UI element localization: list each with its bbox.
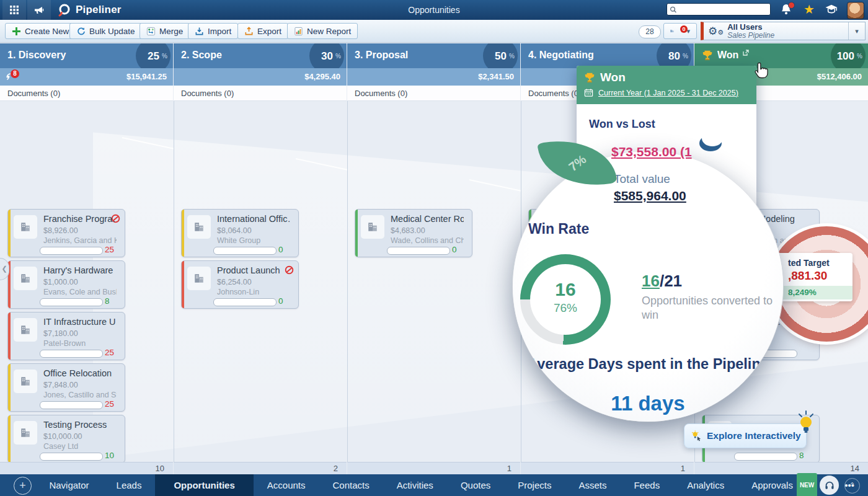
nav-leads[interactable]: Leads <box>103 474 156 496</box>
nav-feeds[interactable]: Feeds <box>620 474 673 496</box>
stage-percent: 30 <box>321 50 333 63</box>
card-account: Johnson-Lin <box>217 288 290 296</box>
bulk-update-label: Bulk Update <box>89 27 135 36</box>
stage-percent: 25 <box>148 50 159 63</box>
card-status-stripe <box>182 210 184 257</box>
stage-header-proposal[interactable]: 3. Proposal 50 % <box>347 43 520 68</box>
explore-interactively-button[interactable]: Explore Interactively <box>684 423 807 448</box>
collapse-nav-chevron[interactable]: ⌃ <box>844 478 860 494</box>
import-icon <box>195 27 204 36</box>
card-value: $6,254.00 <box>217 278 290 286</box>
period-link[interactable]: Current Year (1 Jan 2025 - 31 Dec 2025) <box>598 89 738 97</box>
support-button[interactable] <box>820 476 839 495</box>
win-rate-donut: 16 76% <box>520 254 611 345</box>
merge-button[interactable]: Merge <box>140 23 190 39</box>
total-value-amount: $585,964.00 <box>614 188 686 203</box>
account-building-icon <box>361 215 384 239</box>
stage-header-won[interactable]: Won 100 % <box>694 43 868 68</box>
card-title: Product Launch <box>217 265 290 275</box>
account-building-icon <box>14 215 37 239</box>
create-new-label: Create New <box>25 27 69 36</box>
opportunity-card[interactable]: IT Infrastructure U…$7,180.00Patel-Brown… <box>7 312 125 360</box>
card-progress-bar <box>40 350 103 358</box>
import-label: Import <box>208 27 231 36</box>
account-building-icon <box>187 215 211 239</box>
opportunity-card[interactable]: Harry's Hardware$1,000.00Evans, Cole and… <box>7 260 125 309</box>
stage-count-proposal: 1 <box>347 462 520 474</box>
opportunity-card[interactable]: Testing Process$10,000.00Casey Ltd10 <box>7 415 125 462</box>
quick-add-button[interactable]: + <box>14 477 32 495</box>
search-box[interactable] <box>666 3 771 16</box>
opportunity-card[interactable]: Office Relocation$7,848.00Jones, Castill… <box>7 363 125 412</box>
card-score: 0 <box>452 245 471 254</box>
documents-row-scope[interactable]: Documents (0) <box>174 86 347 101</box>
new-report-label: New Report <box>307 27 351 36</box>
account-building-icon <box>14 370 37 393</box>
card-value: $1,000.00 <box>43 278 117 286</box>
card-title: Testing Process <box>43 420 117 430</box>
pipeline-selector[interactable]: ⚙⚙ All Users Sales Pipeline ▾ <box>701 22 866 40</box>
stage-total-scope: $4,295.40 <box>174 68 347 86</box>
view-switcher-button[interactable]: 0 ▾ <box>663 23 697 39</box>
bulk-update-button[interactable]: Bulk Update <box>69 23 142 39</box>
stage-header-scope[interactable]: 2. Scope 30 % <box>174 43 347 68</box>
nav-opportunities[interactable]: Opportunities <box>155 474 253 496</box>
card-account: Casey Ltd <box>43 442 117 451</box>
opportunity-card[interactable]: Franchise Progra…$8,926.00Jenkins, Garci… <box>7 209 125 257</box>
nav-assets[interactable]: Assets <box>565 474 620 496</box>
nav-activities[interactable]: Activities <box>383 474 447 496</box>
nav-projects[interactable]: Projects <box>504 474 565 496</box>
graduation-cap-icon <box>825 4 838 16</box>
card-status-stripe <box>8 415 11 462</box>
nav-analytics[interactable]: Analytics <box>673 474 738 496</box>
new-report-button[interactable]: New Report <box>287 23 358 39</box>
opportunity-card[interactable]: Product Launch$6,254.00Johnson-Lin0 <box>181 260 299 309</box>
nav-quotes[interactable]: Quotes <box>447 474 504 496</box>
card-progress-bar <box>213 298 277 306</box>
action-toolbar: Create New Bulk Update Merge Import <box>0 20 868 43</box>
headset-icon <box>824 480 835 491</box>
nav-navigator[interactable]: Navigator <box>35 474 102 496</box>
stage-count-discovery: 10 <box>0 462 173 474</box>
merge-icon <box>146 27 156 36</box>
calendar-icon <box>584 88 593 97</box>
documents-row-proposal[interactable]: Documents (0) <box>347 86 520 101</box>
missed-activities-icon[interactable]: 8 <box>5 72 15 82</box>
trophy-icon <box>584 72 595 83</box>
favorites-star-icon[interactable]: ★ <box>804 2 815 17</box>
stage-header-negotiating[interactable]: 4. Negotiating 80 % <box>521 43 694 68</box>
stage-count-negotiating: 1 <box>521 462 694 474</box>
search-input[interactable] <box>677 4 768 14</box>
documents-row-discovery[interactable]: Documents (0) <box>0 86 173 101</box>
selector-chevron[interactable]: ▾ <box>848 22 865 40</box>
card-progress-bar <box>40 453 103 461</box>
user-avatar[interactable] <box>847 2 864 19</box>
export-button[interactable]: Export <box>237 23 288 39</box>
learning-button[interactable] <box>825 4 838 16</box>
win-rate-title: Win Rate <box>528 221 589 237</box>
opportunity-card[interactable]: International Offic…$8,064.00White Group… <box>181 209 299 257</box>
card-account: Patel-Brown <box>43 339 117 348</box>
won-vs-lost-title: Won vs Lost <box>589 118 756 131</box>
new-badge: NEW <box>797 473 817 496</box>
account-building-icon <box>187 267 211 290</box>
nav-accounts[interactable]: Accounts <box>254 474 319 496</box>
nav-contacts[interactable]: Contacts <box>319 474 383 496</box>
card-title: Office Relocation <box>43 368 117 378</box>
create-new-button[interactable]: Create New <box>5 23 76 39</box>
import-button[interactable]: Import <box>188 23 238 39</box>
pipeline-view-icon <box>670 26 674 36</box>
explore-label: Explore Interactively <box>707 430 801 441</box>
card-score: 10 <box>105 451 123 460</box>
export-icon <box>244 27 254 36</box>
stage-header-discovery[interactable]: 1. Discovery 25 % <box>0 43 173 68</box>
external-link-icon <box>743 50 749 56</box>
card-status-stripe <box>8 364 11 411</box>
card-progress-bar <box>40 247 103 255</box>
notifications-button[interactable] <box>780 3 794 17</box>
card-value: $7,848.00 <box>43 381 117 389</box>
selector-subtitle: Sales Pipeline <box>727 32 848 40</box>
bulb-cursor-icon <box>691 430 702 441</box>
nav-approvals[interactable]: ApprovalsNEW <box>738 473 831 496</box>
opportunity-card[interactable]: Medical Center Ro…$4,683.00Wade, Collins… <box>355 209 472 257</box>
